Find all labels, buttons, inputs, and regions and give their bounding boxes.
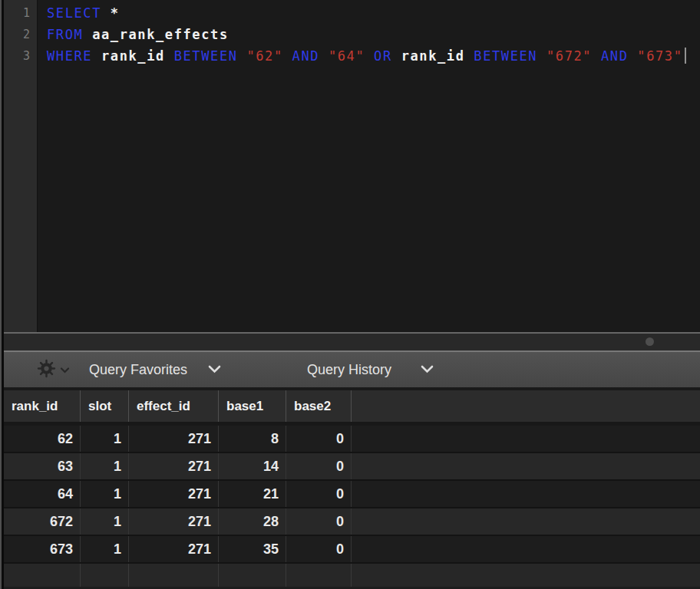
- results-table: rank_idsloteffect_idbase1base2 621271806…: [0, 387, 700, 589]
- sql-token-string: "673": [637, 48, 682, 64]
- empty-cell: [286, 564, 352, 587]
- window-left-edge-shadow: [2, 0, 4, 589]
- column-header-slot[interactable]: slot: [81, 390, 129, 422]
- sql-token-ident: rank_id: [401, 48, 474, 64]
- query-history-dropdown[interactable]: Query History: [307, 352, 434, 387]
- query-favorites-label: Query Favorites: [89, 362, 187, 378]
- cell-base2[interactable]: 0: [286, 481, 352, 507]
- column-header-filler: [352, 390, 700, 422]
- cell-filler: [352, 426, 700, 452]
- sql-token-keyword: OR: [374, 48, 401, 64]
- cell-base1[interactable]: 14: [219, 453, 286, 479]
- line-number: 3: [4, 45, 37, 67]
- results-header-row: rank_idsloteffect_idbase1base2: [4, 390, 700, 422]
- empty-cell: [219, 564, 286, 587]
- table-row[interactable]: 641271210: [4, 481, 700, 508]
- cell-filler: [352, 453, 700, 479]
- sql-token-keyword: BETWEEN: [474, 48, 546, 64]
- actions-gear-button[interactable]: [37, 352, 70, 387]
- cell-effect_id[interactable]: 271: [129, 426, 219, 452]
- sql-token-string: "672": [546, 48, 601, 64]
- cell-slot[interactable]: 1: [81, 536, 129, 562]
- empty-cell: [129, 564, 219, 587]
- cell-rank_id[interactable]: 673: [4, 536, 81, 562]
- cell-base2[interactable]: 0: [286, 508, 352, 535]
- query-toolbar: Query Favorites Query History: [0, 352, 700, 387]
- table-row[interactable]: 631271140: [4, 453, 700, 481]
- cell-rank_id[interactable]: 62: [4, 426, 81, 452]
- empty-cell: [4, 564, 81, 587]
- table-row[interactable]: 6721271280: [4, 508, 700, 536]
- sql-token-ident: rank_id: [101, 48, 174, 64]
- sql-token-keyword: AND: [292, 48, 329, 64]
- editor-scrollbar-track[interactable]: [0, 334, 700, 350]
- cell-effect_id[interactable]: 271: [129, 481, 219, 507]
- sql-token-string: "62": [246, 48, 292, 64]
- code-line[interactable]: WHERE rank_id BETWEEN "62" AND "64" OR r…: [47, 45, 700, 67]
- cell-effect_id[interactable]: 271: [129, 453, 219, 479]
- sql-token-keyword: WHERE: [47, 48, 101, 64]
- cell-filler: [352, 536, 700, 562]
- chevron-down-icon: [208, 363, 221, 377]
- sql-token-ident: aa_rank_effects: [92, 27, 229, 42]
- cell-slot[interactable]: 1: [81, 508, 129, 535]
- query-history-label: Query History: [307, 362, 391, 378]
- table-row[interactable]: 6731271350: [4, 536, 700, 564]
- sql-token-ident: *: [111, 5, 120, 21]
- cell-rank_id[interactable]: 64: [4, 481, 81, 507]
- sql-editor[interactable]: 123 SELECT *FROM aa_rank_effectsWHERE ra…: [0, 0, 700, 332]
- column-header-effect_id[interactable]: effect_id: [129, 390, 219, 422]
- column-header-rank_id[interactable]: rank_id: [4, 390, 81, 422]
- results-body: 6212718063127114064127121067212712806731…: [0, 426, 700, 564]
- cell-base1[interactable]: 21: [219, 481, 286, 507]
- gear-icon: [37, 359, 56, 381]
- column-header-base1[interactable]: base1: [219, 390, 286, 422]
- cell-slot[interactable]: 1: [81, 453, 129, 479]
- cell-filler: [352, 508, 700, 535]
- cell-effect_id[interactable]: 271: [129, 536, 219, 562]
- sql-token-keyword: SELECT: [47, 5, 111, 21]
- text-cursor: [685, 48, 686, 64]
- cell-base1[interactable]: 8: [219, 426, 286, 452]
- empty-cell-filler: [352, 564, 700, 587]
- sql-token-keyword: BETWEEN: [174, 48, 247, 64]
- cell-base2[interactable]: 0: [286, 536, 352, 562]
- results-empty-area: [4, 564, 700, 587]
- cell-slot[interactable]: 1: [81, 481, 129, 507]
- cell-base1[interactable]: 28: [219, 508, 286, 535]
- sql-token-keyword: FROM: [47, 27, 92, 42]
- code-line[interactable]: SELECT *: [47, 2, 700, 24]
- sql-code[interactable]: SELECT *FROM aa_rank_effectsWHERE rank_i…: [38, 0, 700, 332]
- chevron-down-icon: [421, 363, 434, 377]
- cell-base1[interactable]: 35: [219, 536, 286, 562]
- sql-client-window: 123 SELECT *FROM aa_rank_effectsWHERE ra…: [0, 0, 700, 589]
- sql-token-keyword: AND: [601, 48, 637, 64]
- cell-filler: [352, 481, 700, 507]
- cell-base2[interactable]: 0: [286, 426, 352, 452]
- cell-effect_id[interactable]: 271: [129, 508, 219, 535]
- cell-rank_id[interactable]: 672: [4, 508, 81, 535]
- line-number-gutter: 123: [4, 0, 38, 332]
- table-row[interactable]: 62127180: [4, 426, 700, 453]
- cell-base2[interactable]: 0: [286, 453, 352, 479]
- scrollbar-thumb[interactable]: [646, 337, 654, 346]
- query-favorites-dropdown[interactable]: Query Favorites: [89, 352, 221, 387]
- code-line[interactable]: FROM aa_rank_effects: [47, 24, 700, 45]
- cell-slot[interactable]: 1: [81, 426, 129, 452]
- line-number: 2: [4, 24, 37, 45]
- empty-cell: [81, 564, 129, 587]
- line-number: 1: [4, 2, 37, 24]
- sql-token-string: "64": [329, 48, 374, 64]
- chevron-down-icon: [60, 363, 70, 377]
- cell-rank_id[interactable]: 63: [4, 453, 81, 479]
- column-header-base2[interactable]: base2: [286, 390, 352, 422]
